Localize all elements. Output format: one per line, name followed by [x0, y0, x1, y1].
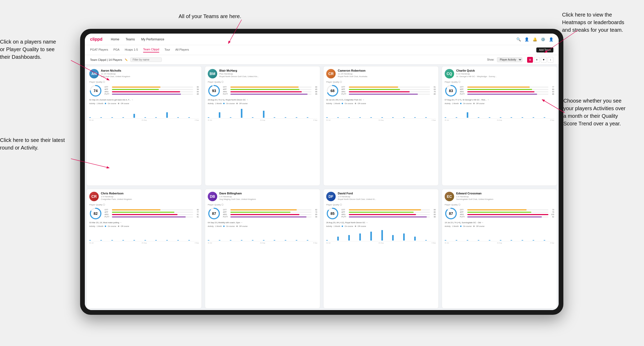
- off-course-label: Off course: [239, 225, 248, 227]
- player-avatar: CR: [89, 192, 99, 201]
- player-name[interactable]: Chris Robertson: [101, 192, 132, 195]
- on-course-bar: [467, 112, 468, 118]
- circle-score[interactable]: 83: [445, 84, 457, 97]
- chart-bar-group: [274, 240, 284, 241]
- edit-icon[interactable]: ✏️: [125, 58, 128, 61]
- on-course-bar: [100, 117, 102, 118]
- stat-value: 91: [194, 216, 199, 218]
- filter-button[interactable]: ▼: [541, 57, 547, 63]
- on-course-bar: [478, 117, 479, 118]
- last-round[interactable]: 03 Mar 23 | 19, Must make putting →: [89, 221, 199, 224]
- chart-bar-group: [456, 240, 466, 241]
- profile-icon[interactable]: 👤: [524, 37, 529, 41]
- sub-nav-pgat[interactable]: PGAT Players: [90, 48, 108, 52]
- circle-score[interactable]: 74: [89, 84, 102, 97]
- player-info: Chris Robertson 1-5 Handicap Craigmillar…: [101, 192, 132, 201]
- circle-score[interactable]: 87: [445, 207, 457, 220]
- player-card[interactable]: CR Cameron Robertson 11-15 Handicap Roya…: [323, 66, 439, 186]
- chart-bar-group: [219, 240, 229, 241]
- chart-bar-group: [533, 117, 543, 118]
- player-name[interactable]: David Ford: [338, 192, 376, 195]
- chart-label-end: 4 Sep: [432, 119, 436, 121]
- bell-icon[interactable]: 🔔: [533, 37, 537, 41]
- chart-bar-group: [489, 240, 499, 241]
- sub-nav-tour[interactable]: Tour: [164, 48, 170, 52]
- player-name[interactable]: Edward Crossman: [456, 192, 493, 195]
- on-course-bar: [403, 233, 405, 241]
- player-card[interactable]: DF David Ford 1-5 Handicap Royal North D…: [323, 189, 439, 308]
- circle-score[interactable]: 93: [208, 84, 220, 97]
- on-course-bar: [500, 240, 501, 241]
- player-name[interactable]: Cameron Robertson: [338, 69, 367, 72]
- player-name[interactable]: Dave Billingham: [219, 192, 256, 195]
- chart-bar-group: [208, 117, 218, 118]
- stat-row: APP 85: [223, 88, 317, 90]
- player-card[interactable]: DB Dave Billingham 1-5 Handicap Sog Magi…: [205, 189, 320, 308]
- sub-nav-hcaps[interactable]: Hcaps 1-5: [125, 48, 138, 52]
- player-card[interactable]: CQ Charlie Quick 6-10 Handicap St. Georg…: [442, 66, 557, 186]
- grid-view-button[interactable]: ⊞: [527, 57, 533, 63]
- player-handicap: 11-15 Handicap: [338, 73, 367, 75]
- player-card[interactable]: BM Blair McHarg Plus Handicap Royal Nort…: [205, 66, 320, 186]
- filter-input[interactable]: [130, 57, 162, 62]
- chart-bar-group: [326, 117, 337, 118]
- stat-bar-fill: [349, 94, 418, 95]
- chart-label-mid: 21 Aug: [497, 119, 502, 121]
- stat-row: PUTT 91: [105, 216, 199, 218]
- player-name[interactable]: Aaron Nicholls: [101, 69, 130, 72]
- circle-score[interactable]: 87: [208, 207, 220, 220]
- on-course-bar: [188, 240, 190, 241]
- player-name[interactable]: Blair McHarg: [219, 69, 259, 72]
- activity-header: Activity · 1 Month On course Off course: [89, 225, 199, 227]
- last-round[interactable]: 02 Sep 23 | Sunset round to get back int…: [89, 99, 199, 101]
- nav-home[interactable]: Home: [111, 38, 119, 41]
- last-round[interactable]: 02 Jul 23 | 59 (+17), Craigmillar Park G…: [326, 99, 436, 101]
- search-icon[interactable]: 🔍: [516, 37, 521, 41]
- player-club: Sog Maging Golf Club, United Kingdom: [219, 198, 256, 201]
- nav-teams[interactable]: Teams: [126, 38, 135, 41]
- player-card[interactable]: AN Aaron Nicholls 11-15 Handicap Drift G…: [86, 66, 202, 186]
- circle-score[interactable]: 85: [326, 207, 339, 220]
- quality-label: Player Quality ⓘ: [326, 203, 436, 206]
- show-label: Show:: [487, 58, 494, 61]
- list-view-button[interactable]: ≡: [534, 57, 540, 63]
- on-course-label: On course: [226, 225, 235, 227]
- sub-nav-all-players[interactable]: All Players: [175, 48, 189, 52]
- stat-value: 63: [431, 88, 436, 90]
- score-number: 83: [449, 89, 453, 93]
- circle-score[interactable]: 82: [89, 207, 102, 220]
- chart-labels: 31 Jul 21 Aug 4 Sep: [208, 242, 317, 244]
- on-course-bar: [100, 240, 102, 241]
- last-round[interactable]: 07 Aug 23 | 77 (+7), St George's Hill GC…: [445, 99, 554, 101]
- show-select[interactable]: Player Activity: [497, 57, 522, 62]
- sort-button[interactable]: ↕: [548, 57, 553, 63]
- player-info: Edward Crossman 1-5 Handicap Sunningdale…: [456, 192, 493, 201]
- settings-icon[interactable]: ⚙️: [541, 37, 545, 41]
- player-card[interactable]: EC Edward Crossman 1-5 Handicap Sunningd…: [442, 189, 557, 308]
- stat-bar-fill: [112, 212, 174, 213]
- add-team-button[interactable]: Add Team: [536, 47, 553, 52]
- stat-bar-bg: [112, 216, 193, 217]
- circle-score[interactable]: 68: [326, 84, 339, 97]
- stat-bar-fill: [230, 216, 307, 217]
- player-handicap: 11-15 Handicap: [101, 73, 130, 75]
- stat-bar-bg: [230, 214, 311, 215]
- player-name[interactable]: Charlie Quick: [456, 69, 497, 72]
- stat-bar-bg: [112, 89, 193, 90]
- last-round[interactable]: 19 Jul 23 | 74 (+4), Sunningdale GC - Ol…: [445, 221, 554, 224]
- activity-section: Activity · 1 Month On course Off course: [445, 103, 554, 121]
- on-course-bar: [414, 237, 416, 241]
- chart-bar-group: [166, 112, 177, 118]
- last-round[interactable]: 26 Aug 23 | 84 (+12), Royal North Devon …: [326, 221, 436, 224]
- last-round[interactable]: 26 Aug 23 | 73 (+1), Royal North Devon G…: [208, 99, 317, 101]
- player-card[interactable]: CR Chris Robertson 1-5 Handicap Craigmil…: [86, 189, 202, 308]
- sub-nav-team-clippd[interactable]: Team Clippd: [143, 48, 159, 52]
- sub-nav-pga[interactable]: PGA: [113, 48, 120, 52]
- stat-value: 84: [194, 91, 199, 93]
- user-avatar-icon[interactable]: 👤: [549, 37, 553, 41]
- nav-my-performance[interactable]: My Performance: [141, 38, 164, 41]
- stat-bar-bg: [349, 212, 430, 213]
- chart-bar-group: [274, 117, 284, 118]
- last-round[interactable]: 04 Sep 23 | Mobility with coach, Gym →: [208, 221, 317, 224]
- activity-chart: [208, 105, 317, 119]
